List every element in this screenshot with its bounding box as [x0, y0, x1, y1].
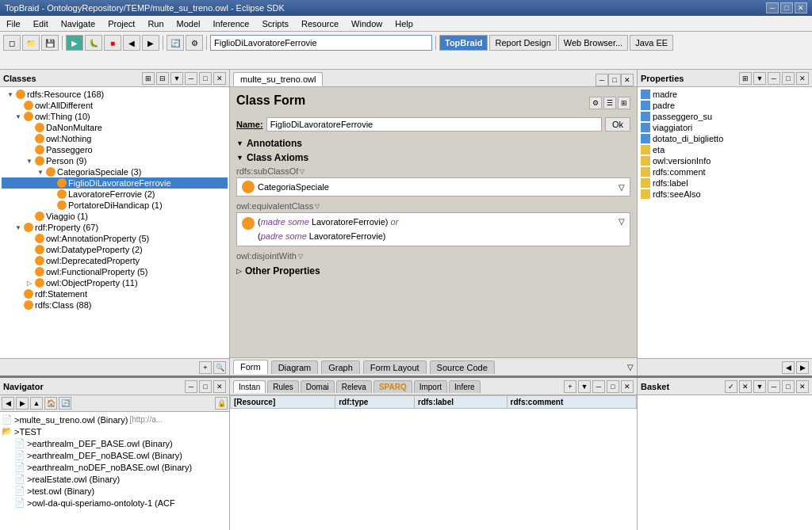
menu-model[interactable]: Model [174, 17, 204, 30]
topbraid-button[interactable]: TopBraid [439, 35, 488, 51]
classes-expand-btn[interactable]: ⊞ [142, 72, 155, 85]
nav-back-btn[interactable]: ◀ [2, 397, 14, 410]
close-button[interactable]: ✕ [795, 2, 807, 13]
settings-button[interactable]: ⚙ [186, 35, 203, 51]
prop-padre[interactable]: padre [639, 100, 810, 111]
menu-help[interactable]: Help [392, 17, 416, 30]
web-browser-button[interactable]: Web Browser... [558, 35, 628, 51]
tree-item-annotation-property[interactable]: owl:AnnotationProperty (5) [2, 233, 228, 244]
editor-min-btn[interactable]: ─ [596, 74, 608, 86]
menu-edit[interactable]: Edit [30, 17, 52, 30]
prev-button[interactable]: ◀ [123, 35, 140, 51]
disjointwith-arrow[interactable]: ▽ [298, 253, 303, 260]
run-button[interactable]: ▶ [66, 35, 83, 51]
tree-item-rdfs-class[interactable]: rdfs:Class (88) [2, 299, 228, 311]
class-name-input[interactable] [266, 117, 602, 132]
prop-madre[interactable]: madre [639, 89, 810, 100]
prop-dotato-biglietto[interactable]: dotato_di_biglietto [639, 133, 810, 144]
props-menu-btn[interactable]: ▼ [753, 72, 766, 85]
tree-item-owl-alldifferent[interactable]: owl:AllDifferent [2, 100, 228, 111]
tree-item-owl-thing[interactable]: ▼ owl:Thing (10) [2, 111, 228, 122]
prop-owl-versioninfo[interactable]: owl:versionInfo [639, 155, 810, 166]
nav-forward-btn[interactable]: ▶ [16, 397, 29, 410]
tab-graph[interactable]: Graph [321, 360, 360, 374]
nav-home-btn[interactable]: 🏠 [44, 397, 57, 410]
basket-menu-btn[interactable]: ▼ [753, 380, 766, 393]
editor-close-btn[interactable]: ✕ [621, 74, 634, 86]
inst-close-btn[interactable]: ✕ [621, 380, 634, 393]
menu-scripts[interactable]: Scripts [259, 17, 292, 30]
expand-person[interactable]: ▼ [25, 157, 33, 165]
search-input[interactable] [210, 35, 432, 51]
basket-close-btn[interactable]: ✕ [796, 380, 809, 393]
tree-item-rdf-property[interactable]: ▼ rdf:Property (67) [2, 222, 228, 233]
nav-item-earthrealm-def-nobase[interactable]: 📄 >earthrealm_DEF_noBASE.owl (Binary) [2, 449, 228, 461]
tab-source-code[interactable]: Source Code [430, 360, 495, 374]
tree-item-person[interactable]: ▼ Person (9) [2, 155, 228, 166]
tree-item-figliolavoratore[interactable]: FiglioDiLavoratoreFerrovie [2, 177, 228, 189]
next-button[interactable]: ▶ [142, 35, 159, 51]
equivalentclass-value-box[interactable]: (madre some LavoratoreFerrovie) or (padr… [236, 212, 630, 246]
inst-add-btn[interactable]: + [564, 380, 576, 393]
report-design-button[interactable]: Report Design [489, 35, 556, 51]
props-next-btn[interactable]: ▶ [796, 361, 809, 374]
nav-max-btn[interactable]: □ [199, 380, 212, 393]
nav-close-btn[interactable]: ✕ [213, 380, 226, 393]
editor-tab-main[interactable]: multe_su_treno.owl [233, 72, 323, 86]
tab-form-layout[interactable]: Form Layout [363, 360, 427, 374]
subclassof-scroll[interactable]: ▽ [619, 183, 625, 192]
expand-owl-thing[interactable]: ▼ [14, 112, 22, 120]
new-button[interactable]: ◻ [3, 35, 21, 51]
tree-item-rdfs-resource[interactable]: ▼ rdfs:Resource (168) [2, 89, 228, 100]
equivalentclass-scroll[interactable]: ▽ [619, 215, 625, 228]
tab-import[interactable]: Import [414, 380, 447, 393]
nav-lock-btn[interactable]: 🔒 [215, 397, 228, 410]
nav-item-earthrealm-def-base[interactable]: 📄 >earthrealm_DEF_BASE.owl (Binary) [2, 437, 228, 449]
classes-add-btn[interactable]: + [199, 361, 212, 374]
classes-filter-btn[interactable]: 🔍 [213, 361, 226, 374]
tab-rules[interactable]: Rules [267, 380, 299, 393]
tree-item-categoriaspeciale[interactable]: ▼ CategoriaSpeciale (3) [2, 166, 228, 177]
tab-releva[interactable]: Releva [336, 380, 372, 393]
props-max-btn[interactable]: □ [782, 72, 795, 85]
form-grid-btn[interactable]: ⊞ [618, 97, 630, 109]
nav-item-multe[interactable]: 📄 >multe_su_treno.owl (Binary) [http://a… [2, 414, 228, 425]
classes-close-btn[interactable]: ✕ [213, 72, 226, 85]
props-close-btn[interactable]: ✕ [796, 72, 809, 85]
open-button[interactable]: 📁 [22, 35, 40, 51]
java-ee-button[interactable]: Java EE [630, 35, 673, 51]
prop-passeggero-su[interactable]: passeggero_su [639, 111, 810, 122]
nav-item-test[interactable]: 📂 >TEST [2, 425, 228, 437]
other-properties-section-header[interactable]: ▷ Other Properties [236, 265, 630, 276]
tab-infere[interactable]: Infere [449, 380, 481, 393]
expand-object-property[interactable]: ▷ [25, 279, 33, 287]
tree-item-deprecated-property[interactable]: owl:DeprecatedProperty [2, 255, 228, 266]
tree-item-object-property[interactable]: ▷ owl:ObjectProperty (11) [2, 277, 228, 288]
tab-domai[interactable]: Domai [301, 380, 335, 393]
class-axioms-section-header[interactable]: ▼ Class Axioms [236, 152, 630, 163]
menu-navigate[interactable]: Navigate [58, 17, 98, 30]
annotations-section-header[interactable]: ▼ Annotations [236, 138, 630, 149]
inst-menu-btn[interactable]: ▼ [578, 380, 591, 393]
maximize-button[interactable]: □ [780, 2, 793, 13]
tab-sparq[interactable]: SPARQ [373, 380, 412, 393]
expand-rdfs-resource[interactable]: ▼ [6, 90, 14, 98]
tree-item-lavoratoreferrovie[interactable]: LavoratoreFerrovie (2) [2, 189, 228, 200]
tab-diagram[interactable]: Diagram [271, 360, 319, 374]
tab-form[interactable]: Form [233, 360, 268, 374]
prop-viaggiatori[interactable]: viaggiatori [639, 122, 810, 133]
tree-item-functional-property[interactable]: owl:FunctionalProperty (5) [2, 266, 228, 277]
nav-up-btn[interactable]: ▲ [30, 397, 43, 410]
classes-min-btn[interactable]: ─ [185, 72, 197, 85]
tree-item-danonmultare[interactable]: DaNonMultare [2, 122, 228, 133]
basket-x-btn[interactable]: ✕ [739, 380, 752, 393]
debug-button[interactable]: 🐛 [85, 35, 102, 51]
menu-file[interactable]: File [3, 17, 24, 30]
inst-max-btn[interactable]: □ [607, 380, 619, 393]
inst-min-btn[interactable]: ─ [592, 380, 605, 393]
nav-refresh-btn[interactable]: 🔄 [59, 397, 71, 410]
nav-min-btn[interactable]: ─ [185, 380, 197, 393]
menu-project[interactable]: Project [105, 17, 138, 30]
editor-max-btn[interactable]: □ [608, 74, 621, 86]
expand-categoriaspeciale[interactable]: ▼ [36, 168, 44, 176]
